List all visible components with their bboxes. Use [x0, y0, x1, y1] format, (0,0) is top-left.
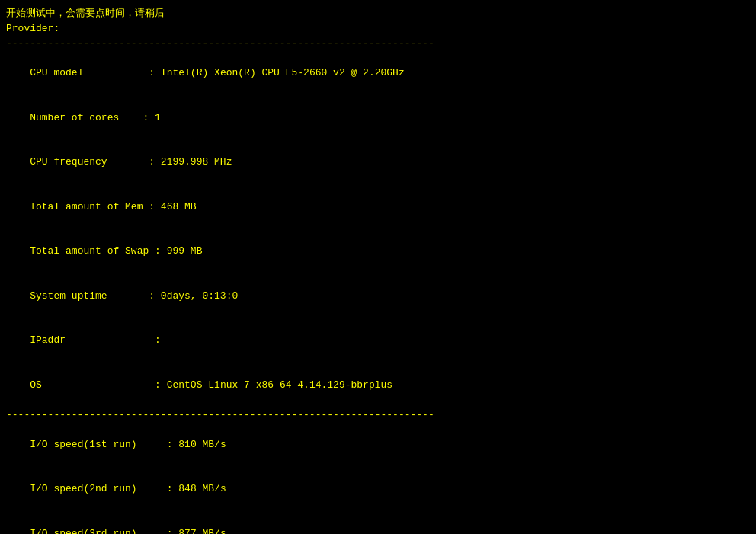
io-run3-label: I/O speed(3rd run): [30, 528, 136, 535]
num-cores-line: Number of cores : 1: [6, 95, 750, 140]
total-mem-line: Total amount of Mem : 468 MB: [6, 184, 750, 229]
init-text: 开始测试中，会需要点时间，请稍后: [6, 6, 750, 21]
io-run2-label: I/O speed(2nd run): [30, 483, 136, 494]
io-run2-line: I/O speed(2nd run) : 848 MB/s: [6, 467, 750, 512]
provider-label: Provider:: [6, 21, 750, 37]
total-swap-line: Total amount of Swap : 999 MB: [6, 229, 750, 274]
ipaddr-line: IPaddr :: [6, 318, 750, 363]
uptime-label: System uptime: [30, 290, 107, 302]
total-mem-label: Total amount of Mem: [30, 201, 143, 213]
os-label: OS: [30, 379, 42, 391]
terminal-output: 开始测试中，会需要点时间，请稍后 Provider: -------------…: [6, 6, 750, 534]
uptime-line: System uptime : 0days, 0:13:0: [6, 273, 750, 318]
divider-2: ----------------------------------------…: [6, 408, 750, 423]
cpu-model-value: : Intel(R) Xeon(R) CPU E5-2660 v2 @ 2.20…: [83, 67, 404, 78]
divider-1: ----------------------------------------…: [6, 36, 750, 51]
total-swap-label: Total amount of Swap: [30, 245, 149, 257]
io-run1-label: I/O speed(1st run): [30, 439, 136, 450]
num-cores-label: Number of cores: [30, 112, 119, 123]
cpu-freq-line: CPU frequency : 2199.998 MHz: [6, 140, 750, 185]
io-run3-line: I/O speed(3rd run) : 877 MB/s: [6, 511, 750, 534]
cpu-model-label: CPU model: [30, 67, 83, 78]
cpu-freq-label: CPU frequency: [30, 156, 107, 168]
io-run1-line: I/O speed(1st run) : 810 MB/s: [6, 422, 750, 467]
os-line: OS : CentOS Linux 7 x86_64 4.14.129-bbrp…: [6, 363, 750, 408]
ipaddr-label: IPaddr: [30, 334, 66, 346]
cpu-model-line: CPU model : Intel(R) Xeon(R) CPU E5-2660…: [6, 51, 750, 96]
